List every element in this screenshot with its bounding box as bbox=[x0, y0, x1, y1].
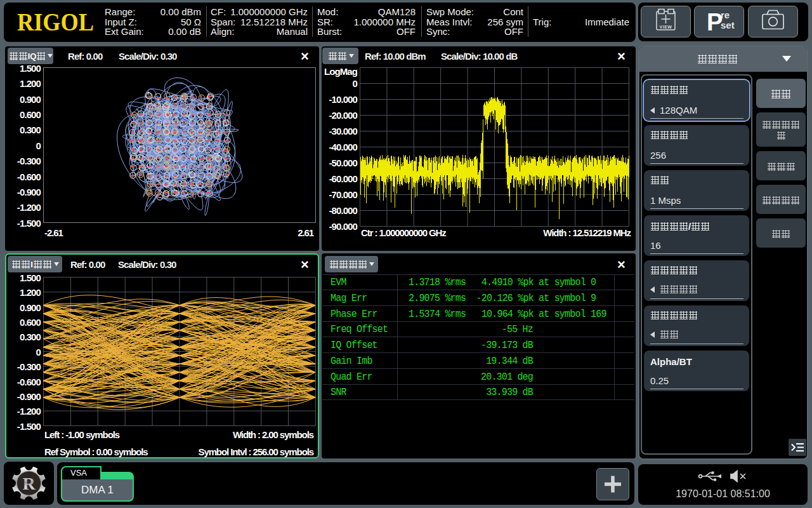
svg-text:R: R bbox=[22, 474, 36, 493]
